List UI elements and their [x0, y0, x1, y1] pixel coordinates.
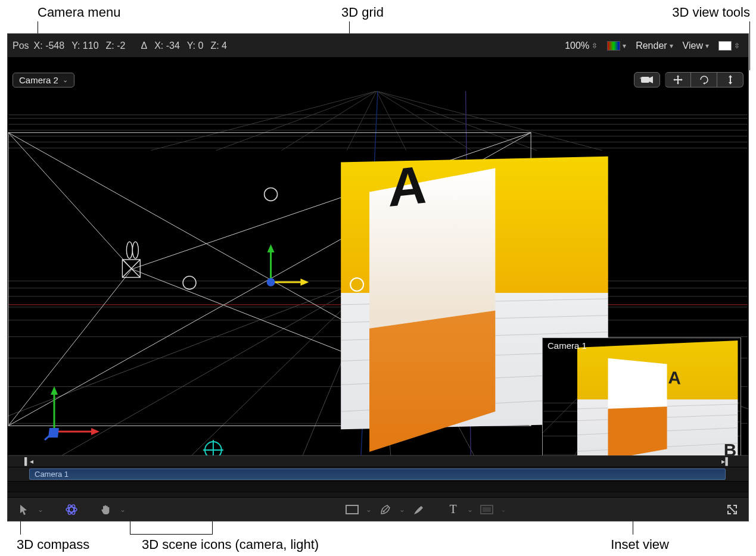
timeline-area: ▌◂ ▸▌ Camera 1 ⌄ — [8, 455, 748, 521]
pen-tool-dropdown[interactable]: ⌄ — [396, 501, 409, 518]
svg-point-67 — [132, 242, 138, 258]
delta-x: X: -34 — [154, 40, 180, 51]
status-toolbar: Pos X: -548 Y: 110 Z: -2 Δ X: -34 Y: 0 Z… — [8, 34, 748, 58]
view-menu[interactable]: View▾ — [679, 39, 713, 52]
chevron-down-icon: ▾ — [705, 42, 709, 50]
pos-label: Pos — [13, 40, 29, 51]
chevron-down-icon: ▾ — [670, 42, 673, 50]
expand-icon — [726, 504, 738, 516]
text-tool[interactable]: T — [443, 501, 463, 518]
zoom-menu[interactable]: 100%⇳ — [561, 39, 601, 52]
shape-tool-dropdown[interactable]: ⌄ — [362, 501, 375, 518]
svg-rect-0 — [641, 77, 649, 83]
delta-y: Y: 0 — [187, 40, 204, 51]
svg-line-9 — [347, 91, 377, 151]
svg-marker-59 — [300, 279, 309, 286]
pos-z: Z: -2 — [106, 40, 126, 51]
3d-transform-tool[interactable] — [61, 501, 82, 518]
selection-handle[interactable] — [350, 278, 363, 291]
svg-marker-62 — [369, 311, 495, 452]
dolly-view-button[interactable] — [717, 72, 743, 88]
svg-marker-93 — [608, 407, 667, 455]
scene-letter: A — [388, 155, 427, 218]
orbit-view-button[interactable] — [691, 72, 717, 88]
svg-line-16 — [151, 91, 377, 151]
channel-menu[interactable]: ⇳ — [715, 40, 743, 52]
svg-marker-57 — [267, 244, 275, 252]
pan-tool[interactable] — [96, 501, 116, 518]
callout-line — [749, 21, 750, 70]
timeline-track-2[interactable] — [8, 482, 748, 492]
inset-svg: A B — [543, 338, 741, 455]
svg-marker-74 — [91, 428, 99, 435]
app-window: Pos X: -548 Y: 110 Z: -2 Δ X: -34 Y: 0 Z… — [7, 33, 749, 521]
svg-line-10 — [377, 91, 406, 151]
viewport-toolbar: Camera 2 ⌄ ' — [8, 70, 748, 90]
orbit-icon — [698, 74, 710, 86]
render-menu[interactable]: Render▾ — [632, 39, 676, 52]
arrow-cursor-icon — [19, 504, 29, 515]
svg-point-96 — [66, 507, 77, 512]
mask-tool[interactable] — [477, 501, 497, 518]
out-marker-icon[interactable]: ▸▌ — [721, 457, 730, 466]
in-marker-icon[interactable]: ▌◂ — [24, 457, 33, 466]
camera-scene-icon[interactable] — [122, 242, 140, 277]
chevron-down-icon: ▾ — [623, 42, 626, 50]
svg-marker-92 — [608, 358, 667, 409]
chevron-down-icon: ⌄ — [63, 76, 68, 84]
3d-view-tools: ' — [634, 72, 743, 88]
svg-text:': ' — [640, 77, 641, 83]
translate-gizmo[interactable] — [267, 244, 309, 286]
camera-menu-label: Camera 2 — [19, 75, 58, 85]
pan-tool-dropdown[interactable]: ⌄ — [116, 501, 129, 518]
select-tool[interactable] — [14, 501, 34, 518]
annotation-3d-view-tools: 3D view tools — [672, 5, 750, 20]
fullscreen-button[interactable] — [722, 501, 742, 518]
pen-icon — [379, 503, 392, 516]
stepper-icon: ⇳ — [734, 42, 740, 50]
delta-label: Δ — [141, 40, 147, 51]
rectangle-tool[interactable] — [342, 501, 362, 518]
inset-view-label: Camera 1 — [547, 341, 587, 351]
color-channels-menu[interactable]: ▾ — [603, 40, 630, 52]
svg-line-45 — [8, 133, 132, 269]
select-tool-dropdown[interactable]: ⌄ — [34, 501, 47, 518]
camera-menu[interactable]: Camera 2 ⌄ — [13, 73, 74, 88]
canvas-tool-strip: ⌄ ⌄ ⌄ ⌄ — [8, 497, 748, 521]
camera-icon: ' — [639, 76, 655, 84]
3d-viewport[interactable]: A — [8, 91, 748, 455]
svg-line-84 — [543, 397, 578, 455]
color-channels-icon — [607, 41, 620, 51]
pen-tool[interactable] — [375, 501, 396, 518]
timeline-clip[interactable]: Camera 1 — [29, 468, 726, 480]
svg-rect-99 — [346, 505, 358, 514]
inset-view[interactable]: A B Camera 1 — [542, 338, 741, 455]
svg-point-60 — [267, 278, 275, 286]
timeline-ruler[interactable]: ▌◂ ▸▌ — [8, 455, 748, 467]
scene-plane-front: A — [369, 155, 495, 452]
annotation-scene-icons: 3D scene icons (camera, light) — [142, 537, 319, 552]
pos-x: X: -548 — [34, 40, 65, 51]
svg-line-104 — [729, 507, 735, 513]
svg-line-15 — [216, 91, 377, 151]
pan-view-button[interactable] — [665, 72, 691, 88]
active-camera-button[interactable]: ' — [634, 72, 660, 88]
pan-icon — [672, 74, 684, 86]
light-scene-icon[interactable] — [183, 276, 196, 289]
light-scene-icon[interactable] — [265, 188, 278, 201]
svg-point-66 — [126, 242, 132, 258]
light-target-icon[interactable] — [203, 440, 223, 455]
timeline-track[interactable]: Camera 1 — [8, 467, 748, 482]
channel-icon — [718, 41, 732, 51]
mask-tool-dropdown[interactable]: ⌄ — [497, 501, 510, 518]
svg-line-13 — [377, 91, 602, 151]
clip-label: Camera 1 — [35, 470, 69, 479]
svg-line-12 — [377, 91, 537, 151]
delta-z: Z: 4 — [210, 40, 227, 51]
text-tool-dropdown[interactable]: ⌄ — [463, 501, 477, 518]
paint-tool[interactable] — [409, 501, 429, 518]
annotation-3d-compass: 3D compass — [17, 537, 89, 552]
pos-y: Y: 110 — [71, 40, 98, 51]
annotation-3d-grid: 3D grid — [341, 5, 384, 20]
3d-compass[interactable] — [38, 382, 103, 447]
